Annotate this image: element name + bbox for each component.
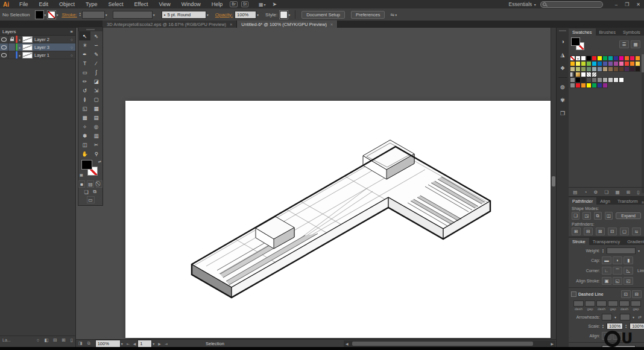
intersect-icon[interactable]: ⧉ [594, 212, 602, 220]
opacity-link[interactable]: Opacity: [215, 12, 233, 18]
hscroll-left-icon[interactable]: ◀ [344, 342, 350, 346]
bevel-join-icon[interactable]: ◺ [623, 267, 633, 275]
align-options-icon[interactable]: ⇋ [390, 12, 394, 18]
dashed-line-checkbox[interactable] [571, 291, 576, 297]
swatch[interactable] [586, 56, 592, 61]
document-setup-button[interactable]: Document Setup [301, 11, 345, 19]
close-tab-icon[interactable]: × [230, 22, 232, 27]
swatch[interactable] [592, 83, 597, 88]
weight-dropdown-icon[interactable]: ▾ [638, 249, 640, 253]
eyedropper-tool[interactable]: ✧ [79, 122, 90, 131]
fill-dropdown-icon[interactable]: ▾ [44, 13, 46, 17]
document-tab[interactable]: Untitled-6* @ 100% (CMYK/GPU Preview)× [237, 21, 338, 28]
lock-toggle[interactable] [8, 43, 16, 51]
expand-arrow-icon[interactable]: ▸ [17, 37, 22, 42]
eraser-tool[interactable]: ◪ [90, 77, 102, 86]
close-tab-icon[interactable]: × [330, 22, 333, 27]
first-artboard-icon[interactable]: ⇤ [125, 342, 131, 346]
horizontal-scrollbar-thumb[interactable] [352, 342, 533, 346]
paintbrush-tool[interactable]: ʃ [90, 68, 102, 77]
canvas-area[interactable] [76, 28, 556, 339]
swatch[interactable] [619, 66, 624, 72]
crop-icon[interactable]: ⊡ [608, 228, 617, 235]
tab-gradient[interactable]: Gradient [623, 238, 644, 245]
swatch[interactable] [635, 61, 640, 66]
stroke-color-swatch[interactable] [48, 11, 55, 19]
stroke-dropdown-icon[interactable]: ▾ [56, 13, 58, 17]
tab-pathfinder[interactable]: Pathfinder [569, 197, 596, 205]
color-group-folder-icon[interactable] [570, 77, 575, 83]
artboard[interactable] [125, 101, 551, 338]
swatch[interactable] [602, 83, 608, 88]
swatch[interactable] [575, 66, 581, 72]
swatch[interactable] [592, 77, 597, 83]
expand-arrow-icon[interactable]: ▸ [17, 53, 22, 57]
last-artboard-icon[interactable]: ⇥ [163, 342, 169, 346]
mesh-tool[interactable]: ▩ [79, 113, 90, 122]
menu-edit[interactable]: Edit [34, 1, 54, 7]
expand-button[interactable]: Expand [616, 212, 641, 219]
swatch[interactable] [619, 56, 624, 61]
color-group-folder-icon[interactable] [570, 83, 575, 88]
width-tool[interactable]: ≬ [79, 95, 90, 104]
tab-transparency[interactable]: Transparency [589, 238, 624, 245]
workspace-switcher[interactable]: Essentials ▾ [509, 1, 538, 7]
stock-button[interactable]: St [241, 1, 248, 7]
swatch[interactable] [581, 56, 586, 61]
grid-view-button[interactable]: ▦ [631, 40, 640, 48]
align-options-dropdown-icon[interactable]: ▾ [395, 13, 397, 17]
arrowhead-end-select[interactable] [620, 314, 630, 320]
tab-stroke[interactable]: Stroke [569, 238, 589, 245]
swatch[interactable] [608, 66, 613, 72]
locate-object-icon[interactable]: ○ [34, 337, 42, 343]
swatch[interactable] [586, 77, 592, 83]
brush-definition-select[interactable]: • 5 pt. Round [162, 11, 206, 19]
close-button[interactable]: ✕ [633, 2, 644, 7]
zoom-level-field[interactable]: 100% [95, 340, 121, 348]
menu-effect[interactable]: Effect [129, 1, 154, 7]
menu-file[interactable]: File [14, 1, 34, 7]
preserve-dash-icon[interactable]: ⊡ [621, 290, 631, 298]
zoom-tool[interactable]: ⚲ [90, 149, 102, 158]
layers-panel-menu-icon[interactable]: ≡ [71, 29, 73, 34]
graph-tool[interactable]: ▥ [90, 131, 102, 140]
slice-tool[interactable]: ✂ [90, 140, 102, 149]
create-sublayer-icon[interactable]: ⊟ [51, 337, 59, 343]
expand-arrow-icon[interactable]: ▸ [17, 45, 22, 49]
scale-start-field[interactable]: 100% [607, 323, 623, 329]
fill-stroke-control[interactable]: ⇄ ▦ [78, 158, 103, 180]
fill-swatch[interactable] [81, 160, 92, 170]
pattern-swatch[interactable] [586, 72, 592, 77]
swatch[interactable] [586, 61, 592, 66]
weight-stepper[interactable]: ▲▼ [602, 249, 604, 253]
width-profile-dropdown-icon[interactable]: ▾ [153, 13, 155, 17]
dash-value-field[interactable] [573, 301, 584, 307]
miter-join-icon[interactable]: ∟ [602, 267, 611, 275]
delete-swatch-icon[interactable]: ▯ [635, 189, 642, 195]
swatches-scrollbar[interactable] [642, 54, 644, 193]
color-button[interactable]: ■ [78, 180, 85, 188]
layer-target-icon[interactable]: ○ [68, 53, 75, 57]
gradient-swatch[interactable] [570, 72, 575, 77]
style-swatch[interactable] [280, 11, 288, 19]
swap-arrowheads-icon[interactable]: ⇄ [638, 315, 642, 320]
align-stroke-outside-icon[interactable]: ◰ [623, 277, 633, 285]
stroke-weight-field[interactable] [82, 11, 105, 19]
align-stroke-center-icon[interactable]: ▣ [602, 277, 611, 285]
swatch[interactable] [575, 77, 581, 83]
menu-object[interactable]: Object [54, 1, 80, 7]
swatch[interactable] [613, 61, 619, 66]
outline-icon[interactable]: ▢ [620, 228, 629, 235]
lock-toggle[interactable] [8, 36, 16, 43]
scale-end-field[interactable]: 100% [630, 323, 644, 329]
magic-wand-tool[interactable]: ✳ [79, 40, 90, 49]
stroke-panel-link[interactable]: Stroke: [62, 12, 77, 18]
arrowhead-end-dropdown-icon[interactable]: ▾ [633, 315, 634, 319]
fill-color-swatch[interactable] [36, 11, 43, 19]
export-icon[interactable]: ⧉ [85, 341, 93, 346]
visibility-toggle[interactable] [0, 43, 8, 51]
mini-fill-swatch[interactable] [571, 37, 580, 46]
search-input[interactable] [540, 1, 603, 8]
swatch[interactable] [608, 56, 613, 61]
dock-drag-handle[interactable] [559, 30, 566, 31]
